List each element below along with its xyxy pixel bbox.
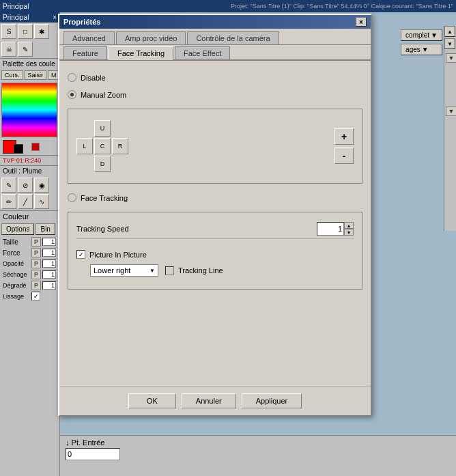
bin-button[interactable]: Bin bbox=[35, 223, 55, 235]
dir-center-btn[interactable]: C bbox=[94, 138, 111, 154]
force-value[interactable]: 1 bbox=[42, 249, 56, 257]
tracking-speed-label: Tracking Speed bbox=[76, 225, 129, 233]
tool-select[interactable]: S bbox=[1, 24, 16, 39]
dir-left-btn[interactable]: L bbox=[76, 138, 93, 154]
taille-row: Taille P 1 bbox=[0, 236, 59, 247]
dir-empty-3 bbox=[76, 156, 93, 172]
left-panel-title: Principal × bbox=[0, 12, 59, 23]
tool-skull[interactable]: ☠ bbox=[1, 42, 16, 57]
tab-advanced[interactable]: Advanced bbox=[63, 31, 115, 44]
tool-pen3[interactable]: ✏ bbox=[1, 194, 16, 209]
zoom-buttons: + - bbox=[334, 128, 354, 164]
directional-pad: U L C R D bbox=[76, 120, 128, 172]
tracking-line-check: Tracking Line bbox=[165, 266, 223, 275]
tvp-info: TVP 01 R:240 bbox=[0, 155, 59, 165]
scroll-down-btn[interactable]: ▼ bbox=[444, 38, 455, 49]
dialog-footer: OK Annuler Appliquer bbox=[59, 386, 371, 415]
options-button[interactable]: Options bbox=[1, 223, 34, 235]
pages-dropdown[interactable]: ▼ bbox=[446, 107, 456, 116]
tab-amp-proc[interactable]: Amp proc vidéo bbox=[116, 31, 186, 44]
opacite-p-btn[interactable]: P bbox=[31, 259, 41, 268]
dir-up-label: U bbox=[100, 125, 105, 132]
tab-feature[interactable]: Feature bbox=[63, 46, 107, 59]
pages-select[interactable]: ages ▼ bbox=[401, 44, 442, 55]
left-panel-close[interactable]: × bbox=[53, 14, 57, 21]
tool-pen2[interactable]: ✎ bbox=[1, 178, 16, 193]
saisir-btn[interactable]: Saisir bbox=[25, 70, 47, 80]
manual-zoom-radio[interactable] bbox=[68, 90, 76, 99]
dropdown-arrow-icon: ▼ bbox=[149, 268, 155, 274]
zoom-in-btn[interactable]: + bbox=[334, 128, 354, 145]
dir-left-label: L bbox=[83, 143, 86, 150]
color-box-small[interactable] bbox=[31, 143, 40, 151]
bottom-tools: ✎ ⊘ ◉ ✏ ╱ ∿ bbox=[0, 176, 59, 210]
tab-feature-label: Feature bbox=[72, 49, 98, 57]
position-dropdown[interactable]: Lower right ▼ bbox=[90, 264, 158, 277]
main-title-text: Projet: "Sans Titre (1)" Clip: "Sans Tit… bbox=[231, 3, 453, 10]
complet-arrow: ▼ bbox=[431, 31, 438, 39]
pip-section: ✓ Picture In Picture Lower right ▼ Track… bbox=[76, 244, 354, 282]
taille-p-btn[interactable]: P bbox=[31, 237, 41, 247]
tool-pen[interactable]: ✎ bbox=[18, 42, 33, 57]
tool-row-1: S □ ✱ bbox=[0, 23, 59, 40]
disable-label: Disable bbox=[81, 74, 106, 82]
tvp-info-text: TVP 01 R:240 bbox=[3, 157, 41, 164]
sechage-value[interactable]: 1 bbox=[42, 270, 56, 279]
sechage-p-btn[interactable]: P bbox=[31, 270, 41, 279]
color-palette[interactable] bbox=[1, 83, 57, 137]
tab-controle[interactable]: Contrôle de la caméra bbox=[187, 31, 279, 44]
spin-up-btn[interactable]: ▲ bbox=[344, 222, 354, 229]
taille-value[interactable]: 1 bbox=[42, 238, 56, 246]
pip-checkbox[interactable]: ✓ bbox=[76, 250, 85, 259]
sechage-label: Séchage bbox=[3, 271, 30, 278]
sechage-row: Séchage P 1 bbox=[0, 269, 59, 280]
annuler-button[interactable]: Annuler bbox=[182, 393, 236, 408]
bottom-panel: ↓ Pt. Entrée bbox=[60, 435, 456, 476]
tool-rect[interactable]: □ bbox=[18, 24, 33, 39]
tracking-line-checkbox[interactable] bbox=[165, 266, 174, 275]
curs-btn[interactable]: Curs. bbox=[1, 70, 23, 80]
right-scroll-area: ▲ ▼ ▼ ▼ bbox=[444, 26, 456, 231]
tool-drop[interactable]: ⊘ bbox=[18, 178, 33, 193]
dir-up-btn[interactable]: U bbox=[94, 120, 111, 137]
pip-label: Picture In Picture bbox=[89, 251, 147, 259]
tool-eye[interactable]: ◉ bbox=[34, 178, 49, 193]
dialog-title-text: Propriétés bbox=[63, 18, 100, 26]
spin-down-btn[interactable]: ▼ bbox=[344, 229, 354, 236]
complet-dropdown[interactable]: ▼ bbox=[446, 53, 456, 63]
degrade-label: Dégradé bbox=[3, 282, 30, 289]
complet-select[interactable]: complet ▼ bbox=[401, 29, 442, 41]
dir-right-btn[interactable]: R bbox=[112, 138, 128, 154]
dir-empty-1 bbox=[76, 120, 93, 137]
ok-button[interactable]: OK bbox=[128, 393, 176, 408]
tab-face-effect[interactable]: Face Effect bbox=[175, 46, 230, 59]
force-row: Force P 1 bbox=[0, 247, 59, 258]
tab-face-tracking[interactable]: Face Tracking bbox=[109, 46, 173, 60]
face-tracking-option-label: Face Tracking bbox=[81, 194, 128, 202]
force-p-btn[interactable]: P bbox=[31, 248, 41, 257]
tool-line[interactable]: ╱ bbox=[18, 194, 33, 209]
degrade-value[interactable]: 1 bbox=[42, 281, 56, 290]
pages-label: ▼ bbox=[444, 105, 456, 117]
dialog-close-button[interactable]: × bbox=[356, 17, 367, 27]
pages-arrow: ▼ bbox=[422, 46, 429, 53]
scroll-up-btn[interactable]: ▲ bbox=[444, 26, 455, 37]
disable-radio[interactable] bbox=[68, 73, 76, 82]
degrade-p-btn[interactable]: P bbox=[31, 281, 41, 290]
tool-star[interactable]: ✱ bbox=[34, 24, 49, 39]
tracking-speed-input[interactable]: 1 bbox=[317, 222, 344, 236]
couleur-label: Couleur bbox=[3, 212, 29, 221]
opacite-value[interactable]: 1 bbox=[42, 260, 56, 268]
pt-entree-input[interactable] bbox=[66, 448, 120, 460]
lissage-label: Lissage bbox=[3, 293, 30, 300]
tool-curve[interactable]: ∿ bbox=[34, 194, 49, 209]
dir-empty-2 bbox=[112, 120, 128, 137]
dir-down-btn[interactable]: D bbox=[94, 156, 111, 172]
palette-label-text: Palette des coule bbox=[3, 60, 55, 68]
lissage-checkbox[interactable]: ✓ bbox=[31, 292, 40, 300]
face-tracking-radio[interactable] bbox=[68, 193, 76, 202]
background-color[interactable] bbox=[14, 144, 23, 154]
appliquer-button[interactable]: Appliquer bbox=[242, 393, 302, 408]
zoom-out-btn[interactable]: - bbox=[334, 148, 354, 164]
zoom-control-box: U L C R D bbox=[68, 109, 362, 184]
